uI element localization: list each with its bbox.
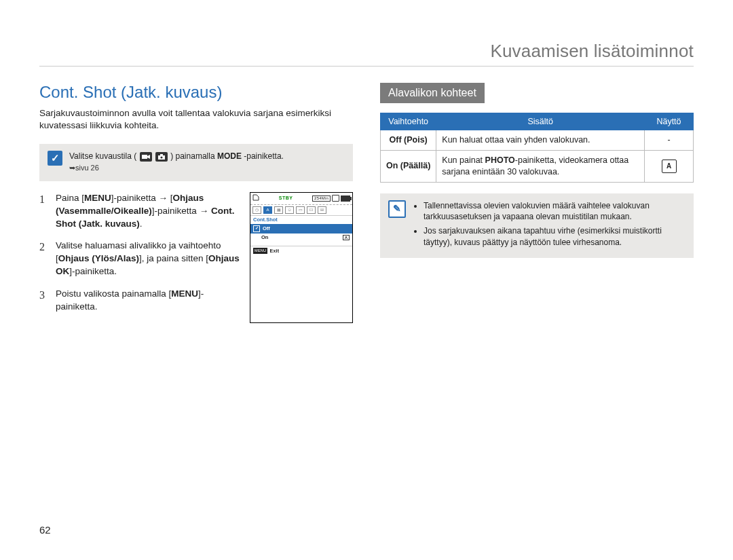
note-pre: Valitse kuvaustila ( [69,151,136,161]
menu-item-label: On [261,235,268,240]
screen-menu-item-on: On A [250,234,352,242]
options-table: Vaihtoehto Sisältö Näyttö Off (Pois) Kun… [380,113,694,183]
svg-marker-1 [147,155,150,159]
info-list: Tallennettavissa olevien valokuvien määr… [413,200,685,251]
note-page-ref: ➥sivu 26 [69,164,99,172]
page-number: 62 [39,524,51,536]
section-title: Cont. Shot (Jatk. kuvaus) [39,83,353,102]
tab-icon: ▭ [296,206,305,214]
option-content: Kun painat PHOTO-painiketta, videokamera… [436,150,645,182]
step-number: 1 [39,192,49,231]
time-remaining: 254Min [312,195,331,202]
screen-tab-icons: ◷ A ▦ ☺ ▭ ⊡ ⊞ [250,205,352,216]
step-number: 3 [39,288,49,314]
note-box: ✓ Valitse kuvaustila ( ) painamalla MODE… [39,144,353,181]
right-column: Alavalikon kohteet Vaihtoehto Sisältö Nä… [380,83,694,323]
check-icon: ✓ [253,225,260,232]
option-label: On (Päällä) [381,150,436,182]
note-post: ) painamalla [170,151,217,161]
stby-label: STBY [279,195,293,201]
note-text: Valitse kuvaustila ( ) painamalla MODE -… [69,151,284,172]
table-row: Off (Pois) Kun haluat ottaa vain yhden v… [381,130,694,151]
menu-button-icon: MENU [253,248,267,253]
check-icon: ✓ [48,151,62,166]
step-2-body: Valitse haluamasi alivalikko ja vaihtoeh… [56,240,242,278]
sd-card-icon [252,194,259,203]
option-display: - [645,130,694,151]
left-column: Cont. Shot (Jatk. kuvaus) Sarjakuvaustoi… [39,83,353,323]
info-box: ✎ Tallennettavissa olevien valokuvien mä… [380,193,694,258]
note-suffix: -painiketta. [244,151,284,161]
tab-icon-active: A [263,206,272,214]
cont-shot-icon: A [343,235,350,241]
info-item: Jos sarjakuvauksen aikana tapahtuu virhe… [424,225,685,248]
storage-icon [332,195,339,202]
table-header-content: Sisältö [436,113,645,130]
option-content: Kun haluat ottaa vain yhden valokuvan. [436,130,645,151]
step-3-body: Poistu valikosta painamalla [MENU]-paini… [56,288,242,314]
step-1-body: Paina [MENU]-painiketta → [Ohjaus (Vasem… [56,192,242,231]
info-item: Tallennettavissa olevien valokuvien määr… [424,200,685,223]
subsection-heading: Alavalikon kohteet [380,83,485,103]
info-icon: ✎ [388,200,406,218]
tab-icon: ☺ [285,206,294,214]
svg-rect-0 [142,155,147,159]
menu-item-label: Off [263,226,270,231]
exit-label: Exit [269,248,279,254]
tab-icon: ⊞ [318,206,326,214]
tab-icon: ⊡ [307,206,316,214]
screen-menu-item-off: ✓ Off [250,224,352,234]
chapter-title: Kuvaamisen lisätoiminnot [39,41,694,67]
table-header-option: Vaihtoehto [381,113,436,130]
table-header-display: Näyttö [645,113,694,130]
cont-shot-display-icon: A [662,160,677,173]
video-mode-icon [140,152,152,162]
table-row: On (Päällä) Kun painat PHOTO-painiketta,… [381,150,694,182]
tab-icon: ◷ [252,206,261,214]
photo-mode-icon [155,152,168,162]
option-display-icon: A [645,150,694,182]
option-label: Off (Pois) [381,130,436,151]
camera-screen-preview: STBY 254Min ◷ A ▦ ☺ ▭ ⊡ [250,192,353,323]
svg-rect-3 [160,154,163,155]
step-number: 2 [39,240,49,278]
svg-point-4 [160,157,162,159]
battery-icon [341,195,350,202]
tab-icon: ▦ [274,206,283,214]
note-mode-label: MODE [217,151,242,161]
screen-menu-title: Cont.Shot [250,216,352,224]
intro-text: Sarjakuvaustoiminnon avulla voit tallent… [39,107,353,132]
